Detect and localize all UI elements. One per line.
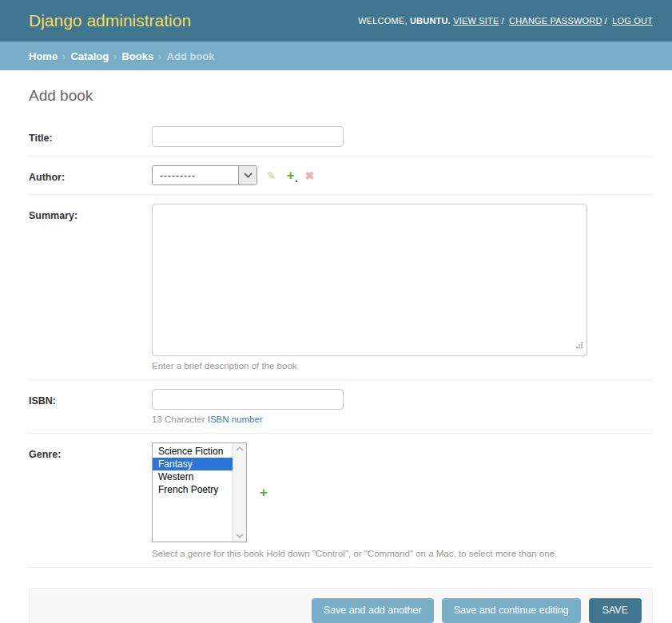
plus-icon[interactable]: + — [287, 170, 295, 181]
change-password-link[interactable]: CHANGE PASSWORD — [509, 16, 602, 26]
breadcrumb: Home › Catalog › Books › Add book — [0, 42, 672, 70]
page-title: Add book — [29, 87, 653, 105]
site-brand-link[interactable]: Django administration — [29, 11, 191, 30]
isbn-input[interactable] — [152, 389, 344, 410]
resize-grip-icon[interactable] — [575, 339, 584, 353]
cross-icon[interactable]: ✖ — [305, 170, 315, 181]
title-label: Title: — [29, 133, 53, 144]
breadcrumb-home[interactable]: Home — [29, 50, 58, 62]
title-input[interactable] — [152, 126, 344, 147]
genre-option-western[interactable]: Western — [153, 470, 233, 483]
genre-multiselect[interactable]: Science Fiction Fantasy Western French P… — [152, 442, 247, 542]
username: UBUNTU. — [410, 16, 451, 26]
breadcrumb-books[interactable]: Books — [121, 50, 153, 62]
user-tools: WELCOME, UBUNTU. VIEW SITE/ CHANGE PASSW… — [358, 16, 653, 26]
breadcrumb-current: Add book — [167, 50, 215, 62]
genre-option-science-fiction[interactable]: Science Fiction — [153, 445, 233, 458]
isbn-help-prefix: 13 Character — [152, 415, 208, 424]
welcome-text: WELCOME, — [358, 16, 408, 26]
breadcrumb-separator: › — [113, 50, 117, 62]
link-separator: / — [502, 16, 504, 26]
form-row-isbn: ISBN: 13 Character ISBN number — [29, 380, 653, 434]
link-separator: / — [605, 16, 607, 26]
pencil-icon[interactable]: ✎ — [267, 170, 276, 181]
isbn-label: ISBN: — [29, 395, 56, 407]
save-and-add-another-button[interactable]: Save and add another — [312, 598, 434, 623]
breadcrumb-catalog[interactable]: Catalog — [70, 50, 109, 62]
author-select[interactable]: --------- — [152, 165, 257, 185]
scroll-up-icon[interactable] — [236, 446, 244, 451]
isbn-number-link[interactable]: ISBN number — [208, 415, 263, 424]
breadcrumb-separator: › — [158, 50, 161, 62]
summary-label: Summary: — [29, 210, 78, 221]
submit-row: Save and add another Save and continue e… — [29, 588, 653, 623]
listbox-scrollbar[interactable] — [233, 443, 246, 542]
isbn-help-text: 13 Character ISBN number — [152, 415, 653, 424]
summary-help-text: Enter a brief description of the book — [152, 361, 653, 371]
save-button[interactable]: SAVE — [589, 598, 642, 623]
save-and-continue-editing-button[interactable]: Save and continue editing — [442, 598, 581, 623]
add-genre-plus-icon[interactable]: + — [260, 485, 268, 501]
genre-option-french-poetry[interactable]: French Poetry — [153, 483, 233, 496]
scroll-down-icon[interactable] — [236, 534, 244, 538]
admin-header: Django administration WELCOME, UBUNTU. V… — [0, 0, 672, 42]
genre-option-fantasy[interactable]: Fantasy — [153, 458, 233, 470]
summary-textarea[interactable] — [152, 204, 587, 356]
genre-help-text: Select a genre for this book Hold down "… — [152, 549, 653, 558]
dot — [296, 181, 297, 182]
form-row-summary: Summary: Enter a brief description of th… — [29, 195, 653, 380]
view-site-link[interactable]: VIEW SITE — [453, 16, 499, 26]
log-out-link[interactable]: LOG OUT — [612, 16, 653, 26]
form-row-title: Title: — [29, 117, 653, 157]
chevron-down-icon[interactable] — [238, 166, 256, 185]
genre-label: Genre: — [29, 449, 61, 460]
form-row-author: Author: --------- ✎ + ✖ — [29, 157, 653, 195]
form-row-genre: Genre: Science Fiction Fantasy Western F… — [29, 434, 653, 568]
breadcrumb-separator: › — [62, 50, 66, 62]
author-selected-value: --------- — [153, 166, 238, 185]
content-area: Add book Title: Author: --------- ✎ — [0, 87, 672, 623]
author-label: Author: — [29, 172, 65, 183]
